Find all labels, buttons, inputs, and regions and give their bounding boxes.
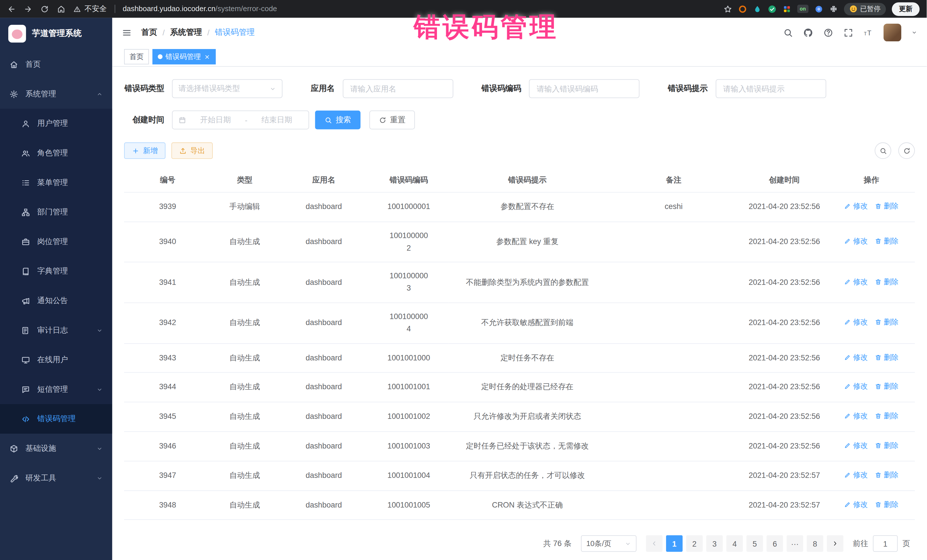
table-row: 3948自动生成dashboard1001001005CRON 表达式不正确20…: [124, 490, 915, 520]
grid-extension-icon[interactable]: [783, 5, 792, 14]
page-button-4[interactable]: 4: [726, 536, 743, 552]
sidebar-item-dev-tool[interactable]: 研发工具: [0, 463, 112, 493]
prev-page-button[interactable]: [646, 536, 663, 552]
help-icon[interactable]: [823, 27, 833, 37]
search-icon: [879, 147, 887, 155]
vpn-on-badge[interactable]: on: [797, 5, 808, 13]
paused-badge[interactable]: 已暂停: [844, 3, 886, 15]
browser-home-icon[interactable]: [57, 5, 65, 14]
sidebar-item-online-user[interactable]: 在线用户: [0, 345, 112, 375]
edit-link[interactable]: 修改: [844, 410, 868, 422]
toggle-search-button[interactable]: [875, 142, 891, 159]
edit-link[interactable]: 修改: [844, 316, 868, 328]
delete-link[interactable]: 删除: [875, 235, 898, 247]
sidebar-item-home[interactable]: 首页: [0, 50, 112, 79]
page-button-5[interactable]: 5: [746, 536, 763, 552]
fullscreen-icon[interactable]: [843, 27, 853, 37]
header-search-icon[interactable]: [783, 27, 793, 37]
sidebar-item-menu[interactable]: 菜单管理: [0, 168, 112, 197]
edit-link[interactable]: 修改: [844, 381, 868, 392]
sidebar-item-system[interactable]: 系统管理: [0, 79, 112, 109]
sidebar-item-label: 研发工具: [25, 473, 89, 483]
page-button-1[interactable]: 1: [666, 536, 682, 552]
cell-hint: 不能删除类型为系统内置的参数配置: [448, 262, 606, 303]
error-code-input[interactable]: [535, 83, 633, 94]
next-page-button[interactable]: [827, 536, 843, 552]
sidebar-item-user[interactable]: 用户管理: [0, 109, 112, 138]
browser-reload-icon[interactable]: [40, 5, 49, 14]
sidebar-item-error-code[interactable]: 错误码管理: [0, 404, 112, 434]
more-pages-button[interactable]: ···: [787, 536, 803, 552]
page-button-8[interactable]: 8: [807, 536, 823, 552]
close-icon[interactable]: [204, 54, 211, 60]
search-button[interactable]: 搜索: [315, 110, 360, 129]
users-icon: [21, 149, 30, 157]
error-hint-input[interactable]: [722, 83, 819, 94]
delete-link[interactable]: 删除: [875, 316, 898, 328]
edit-link[interactable]: 修改: [844, 351, 868, 363]
date-range-picker[interactable]: 开始日期 - 结束日期: [172, 110, 309, 129]
export-button[interactable]: 导出: [172, 142, 213, 159]
update-button[interactable]: 更新: [892, 2, 919, 16]
edit-link[interactable]: 修改: [844, 440, 868, 451]
blue-extension-icon[interactable]: [814, 5, 823, 14]
sidebar-item-label: 在线用户: [37, 354, 103, 365]
edit-link[interactable]: 修改: [844, 235, 868, 247]
edit-label: 修改: [853, 200, 868, 212]
drop-extension-icon[interactable]: [753, 5, 762, 14]
tag-error-code[interactable]: 错误码管理: [153, 49, 216, 64]
browser-back-icon[interactable]: [7, 5, 16, 14]
tag-home[interactable]: 首页: [124, 49, 149, 64]
reset-button[interactable]: 重置: [369, 110, 415, 129]
goto-page-input[interactable]: [873, 536, 898, 552]
app-title: 芋道管理系统: [32, 28, 82, 39]
record-extension-icon[interactable]: [738, 5, 747, 14]
security-indicator[interactable]: 不安全: [73, 4, 107, 14]
page-size-select[interactable]: 10条/页: [581, 536, 637, 552]
app-name-input[interactable]: [349, 83, 447, 94]
add-button[interactable]: 新增: [124, 142, 166, 159]
sidebar-item-audit-log[interactable]: 审计日志: [0, 316, 112, 345]
font-size-icon[interactable]: TT: [863, 27, 873, 37]
sidebar-item-notice[interactable]: 通知公告: [0, 286, 112, 316]
error-type-select[interactable]: 请选择错误码类型: [172, 79, 283, 98]
page-button-2[interactable]: 2: [686, 536, 703, 552]
sidebar-item-dict[interactable]: 字典管理: [0, 256, 112, 286]
edit-link[interactable]: 修改: [844, 469, 868, 481]
sidebar-item-post[interactable]: 岗位管理: [0, 227, 112, 256]
breadcrumb-item[interactable]: 首页: [141, 27, 157, 38]
breadcrumb-item[interactable]: 系统管理: [170, 27, 202, 38]
browser-forward-icon[interactable]: [24, 5, 32, 14]
sidebar-item-role[interactable]: 角色管理: [0, 138, 112, 168]
delete-link[interactable]: 删除: [875, 381, 898, 392]
github-icon[interactable]: [803, 27, 813, 37]
delete-link[interactable]: 删除: [875, 200, 898, 212]
url-host: dashboard.yudao.iocoder.cn: [123, 5, 215, 13]
check-extension-icon[interactable]: [768, 5, 777, 14]
avatar-caret-icon[interactable]: [911, 30, 917, 36]
edit-link[interactable]: 修改: [844, 200, 868, 212]
user-avatar[interactable]: [884, 24, 901, 41]
sidebar-item-infra[interactable]: 基础设施: [0, 434, 112, 463]
delete-link[interactable]: 删除: [875, 498, 898, 510]
app-logo[interactable]: 芋道管理系统: [0, 18, 112, 50]
delete-link[interactable]: 删除: [875, 410, 898, 422]
delete-link[interactable]: 删除: [875, 469, 898, 481]
delete-link[interactable]: 删除: [875, 351, 898, 363]
delete-link[interactable]: 删除: [875, 276, 898, 287]
bookmark-star-icon[interactable]: [723, 5, 732, 14]
page-button-6[interactable]: 6: [766, 536, 783, 552]
refresh-table-button[interactable]: [898, 142, 915, 159]
cell-app: dashboard: [278, 490, 369, 520]
cell-id: 3946: [124, 432, 211, 461]
hamburger-icon[interactable]: [122, 27, 132, 37]
edit-link[interactable]: 修改: [844, 498, 868, 510]
cell-ops: 修改删除: [828, 343, 915, 373]
sidebar-item-dept[interactable]: 部门管理: [0, 197, 112, 227]
page-button-3[interactable]: 3: [706, 536, 723, 552]
sidebar-item-sms[interactable]: 短信管理: [0, 375, 112, 404]
delete-link[interactable]: 删除: [875, 440, 898, 451]
edit-link[interactable]: 修改: [844, 276, 868, 287]
puzzle-extension-icon[interactable]: [829, 5, 838, 14]
online-user-icon: [21, 355, 30, 364]
